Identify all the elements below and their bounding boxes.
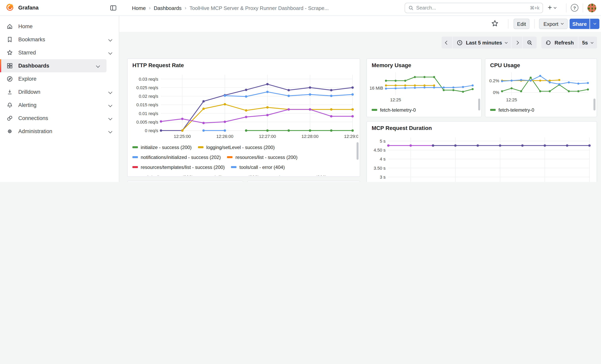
- mcp-request-duration-chart: 12:25:0012:26:0012:27:0012:28:0012:29:00…: [369, 134, 595, 182]
- panel-http-request-rate[interactable]: HTTP Request Rate 12:25:0012:26:0012:27:…: [127, 59, 360, 177]
- share-dropdown-button[interactable]: [590, 19, 599, 29]
- svg-text:16 MiB: 16 MiB: [370, 86, 383, 91]
- time-range-picker[interactable]: Last 5 minutes: [452, 37, 511, 49]
- panel-mcp-request-duration[interactable]: MCP Request Duration 12:25:0012:26:0012:…: [367, 121, 597, 182]
- search-input[interactable]: Search... ⌘+k: [405, 3, 543, 13]
- brand-name: Grafana: [18, 5, 39, 10]
- svg-text:0%: 0%: [493, 90, 499, 95]
- sidebar-item-connections[interactable]: Connections: [0, 112, 119, 125]
- legend-item[interactable]: tools/call - success (200): [132, 172, 193, 176]
- connections-icon: [6, 115, 13, 122]
- favorite-star-icon[interactable]: [491, 20, 499, 27]
- legend-item[interactable]: unknown - success (200): [266, 172, 327, 176]
- search-placeholder: Search...: [416, 5, 528, 11]
- help-button[interactable]: ?: [571, 4, 578, 11]
- svg-text:12:25:00: 12:25:00: [174, 134, 191, 139]
- memory-usage-chart: 12:2516 MiB: [368, 69, 479, 103]
- breadcrumb-separator: ›: [149, 5, 150, 11]
- brand[interactable]: Grafana: [6, 3, 39, 12]
- legend-scrollbar[interactable]: [478, 98, 480, 110]
- legend-swatch: [198, 147, 203, 148]
- svg-text:0.03 req/s: 0.03 req/s: [139, 77, 158, 82]
- legend-swatch: [132, 156, 138, 158]
- svg-text:3 s: 3 s: [380, 175, 386, 180]
- time-range-group: Last 5 minutes: [442, 37, 537, 49]
- legend-swatch: [132, 166, 138, 168]
- legend-swatch: [132, 147, 138, 148]
- star-icon: [6, 49, 13, 56]
- share-button[interactable]: Share: [570, 19, 590, 29]
- chevron-down-icon: [108, 51, 112, 55]
- legend-item[interactable]: fetch-telemetry-0: [490, 105, 534, 115]
- sidebar-item-bookmarks[interactable]: Bookmarks: [0, 33, 119, 46]
- sidebar-item-starred[interactable]: Starred: [0, 46, 119, 59]
- refresh-label: Refresh: [554, 39, 574, 46]
- legend-item[interactable]: resources/templates/list - success (200): [132, 162, 225, 172]
- svg-text:5 s: 5 s: [380, 139, 386, 144]
- time-controls: Last 5 minutes Refresh: [442, 37, 597, 49]
- sidebar-item-explore[interactable]: Explore: [0, 72, 119, 85]
- dashboards-icon: [6, 62, 13, 69]
- dashboard-content: Last 5 minutes Refresh: [119, 32, 601, 182]
- legend-item[interactable]: resources/list - success (200): [227, 152, 298, 162]
- legend-swatch: [227, 156, 233, 158]
- svg-text:12:29:00: 12:29:00: [344, 134, 358, 139]
- refresh-button[interactable]: Refresh: [541, 37, 578, 49]
- sidebar-item-label: Bookmarks: [18, 37, 45, 42]
- svg-text:0.01 req/s: 0.01 req/s: [139, 111, 158, 116]
- legend-scrollbar[interactable]: [357, 142, 359, 160]
- export-button[interactable]: Export: [539, 19, 568, 29]
- svg-text:0.025 req/s: 0.025 req/s: [136, 85, 158, 90]
- refresh-interval-picker[interactable]: 5s: [578, 37, 597, 49]
- svg-text:0.015 req/s: 0.015 req/s: [136, 102, 158, 107]
- legend-item[interactable]: tools/call - error (404): [231, 162, 285, 172]
- zoom-out-button[interactable]: [522, 37, 537, 49]
- legend-item[interactable]: notifications/initialized - success (202…: [132, 152, 221, 162]
- time-shift-forward-button[interactable]: [511, 37, 522, 49]
- svg-text:12:27:00: 12:27:00: [259, 134, 276, 139]
- avatar[interactable]: [588, 4, 596, 12]
- legend-scrollbar[interactable]: [593, 98, 595, 110]
- zoom-out-icon: [527, 39, 533, 46]
- chevron-left-icon: [445, 40, 449, 45]
- sidebar-toggle-icon[interactable]: [110, 4, 117, 11]
- breadcrumb-home[interactable]: Home: [132, 5, 146, 11]
- panel-cpu-usage[interactable]: CPU Usage 12:250.2%0% fetch-telemetry-0: [485, 59, 597, 117]
- panel-memory-usage[interactable]: Memory Usage 12:2516 MiB fetch-telemetry…: [367, 59, 482, 117]
- sidebar-item-label: Drilldown: [18, 89, 40, 95]
- legend-item[interactable]: logging/setLevel - success (200): [198, 142, 275, 152]
- panel-title: MCP Request Duration: [372, 125, 432, 131]
- breadcrumb-dashboards[interactable]: Dashboards: [154, 5, 181, 11]
- add-button[interactable]: +: [548, 2, 556, 13]
- sidebar-item-label: Home: [18, 23, 33, 30]
- chevron-down-icon: [108, 116, 112, 120]
- help-icon: ?: [573, 5, 576, 10]
- legend-item[interactable]: tools/list - success (200): [200, 172, 259, 176]
- bell-icon: [6, 102, 13, 108]
- export-label: Export: [543, 21, 558, 27]
- time-range-label: Last 5 minutes: [466, 39, 502, 46]
- legend-item[interactable]: initialize - success (200): [132, 142, 191, 152]
- sidebar-item-home[interactable]: Home: [0, 20, 119, 33]
- time-shift-back-button[interactable]: [442, 37, 452, 49]
- svg-text:0.2%: 0.2%: [489, 78, 499, 83]
- sidebar-item-drilldown[interactable]: Drilldown: [0, 85, 119, 98]
- sidebar-item-dashboards[interactable]: Dashboards: [0, 59, 107, 72]
- drilldown-icon: [6, 89, 13, 95]
- dashboard-toolbar: Edit Export Share: [119, 16, 601, 32]
- panel-title: HTTP Request Rate: [132, 62, 184, 68]
- panel-total-request-rate[interactable]: Total Request Rate 0.0875: [127, 181, 243, 182]
- panel-error-rate[interactable]: Error Rate otel-grafana-dark 0%: [247, 181, 360, 182]
- breadcrumb-separator: ›: [185, 5, 186, 11]
- edit-label: Edit: [517, 21, 526, 27]
- sidebar: Home Bookmarks Starred Dashboards Explor…: [0, 16, 119, 182]
- chevron-down-icon: [553, 6, 556, 9]
- sidebar-item-alerting[interactable]: Alerting: [0, 98, 119, 112]
- sidebar-item-administration[interactable]: Administration: [0, 125, 119, 138]
- legend-item[interactable]: fetch-telemetry-0: [372, 105, 416, 115]
- refresh-group: Refresh 5s: [541, 37, 597, 49]
- gear-icon: [6, 128, 13, 135]
- svg-text:12:28:00: 12:28:00: [301, 134, 319, 139]
- edit-button[interactable]: Edit: [513, 19, 530, 29]
- cpu-legend: fetch-telemetry-0: [490, 103, 592, 116]
